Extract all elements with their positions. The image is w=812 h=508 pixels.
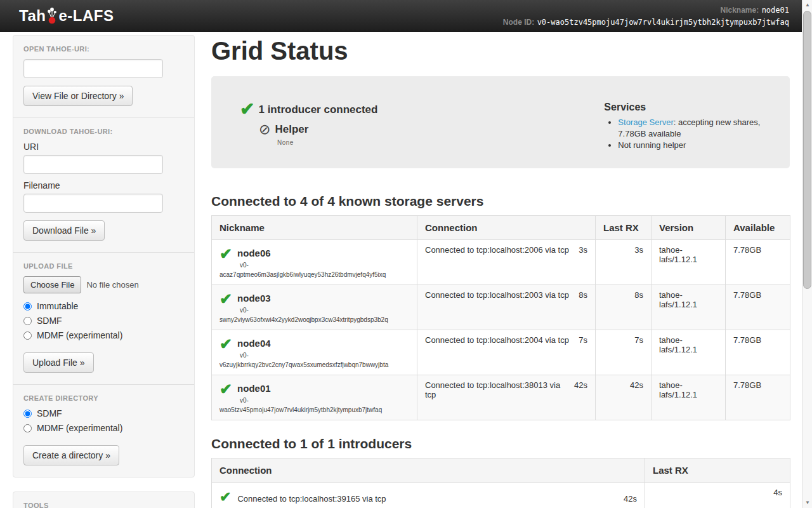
introducers-heading: Connected to 1 of 1 introducers [211, 436, 790, 451]
connection-text: Connected to tcp:localhost:39165 via tcp [237, 494, 624, 504]
open-uri-input[interactable] [23, 59, 163, 78]
create-directory-heading: CREATE DIRECTORY [23, 394, 185, 402]
nickname-label: Nickname: [720, 6, 759, 15]
server-nickname: node06 [237, 245, 271, 258]
connected-check-icon: ✔ [219, 490, 231, 504]
version-cell: tahoe-lafs/1.12.1 [652, 330, 726, 375]
storage-servers-header-row: NicknameConnectionLast RXVersionAvailabl… [212, 216, 790, 240]
choose-file-button[interactable]: Choose File [23, 276, 81, 293]
nickname-cell: ✔node03v0-swny2viyw63ofxwi4x2yykd2woqjbp… [212, 285, 417, 330]
helper-none-icon: ⊘ [259, 123, 270, 137]
radio-mdmf-experimental[interactable] [23, 424, 32, 432]
column-header: Available [726, 216, 790, 240]
status-summary: ✔ 1 introducer connected ⊘ Helper None [211, 102, 558, 168]
helper-title: Helper [275, 123, 308, 136]
server-peerid: v0-wao5tzv45pmoju47jow7rvl4ukirjm5ytbh2k… [219, 396, 409, 415]
scrollbar[interactable]: ▲ ▼ [802, 0, 812, 508]
introducers-table: ConnectionLast RX ✔Connected to tcp:loca… [211, 458, 790, 508]
available-cell: 7.78GB [726, 330, 790, 375]
nickname-value: node01 [762, 6, 789, 15]
view-file-button[interactable]: View File or Directory » [23, 86, 133, 106]
version-cell: tahoe-lafs/1.12.1 [652, 240, 726, 285]
connection-text: Connected to tcp:localhost:2006 via tcp [425, 245, 569, 255]
sidebar-forms-panel: OPEN TAHOE-URI: View File or Directory »… [13, 35, 195, 478]
download-uri-input[interactable] [23, 155, 163, 174]
logo-text-pre: Tah [19, 7, 46, 25]
connection-text: Connected to tcp:localhost:2004 via tcp [425, 335, 569, 345]
storage-server-link[interactable]: Storage Server [618, 117, 673, 127]
logo-text-post: e-LAFS [58, 7, 114, 25]
sidebar: OPEN TAHOE-URI: View File or Directory »… [13, 35, 195, 508]
connection-time: 42s [624, 494, 637, 504]
download-file-button[interactable]: Download File » [23, 220, 105, 241]
radio-option-sdmf[interactable]: SDMF [23, 316, 185, 326]
download-uri-heading: DOWNLOAD TAHOE-URI: [23, 128, 185, 135]
table-row: ✔node06v0-acaz7qptmeo6m3asjlgkb6iwlyuqey… [212, 240, 790, 285]
connected-check-icon: ✔ [219, 382, 232, 397]
upload-file-button[interactable]: Upload File » [23, 352, 94, 373]
node-id-value: v0-wao5tzv45pmoju47jow7rvl4ukirjm5ytbh2k… [537, 18, 789, 27]
radio-sdmf[interactable] [23, 410, 32, 418]
scroll-thumb[interactable] [803, 11, 811, 289]
column-header: Nickname [212, 216, 417, 240]
column-header: Last RX [596, 216, 652, 240]
radio-mdmf-experimental[interactable] [23, 331, 32, 340]
column-header: Connection [212, 458, 645, 483]
last-rx-cell: 42s [596, 375, 652, 420]
radio-label-mdmf-experimental: MDMF (experimental) [37, 330, 122, 340]
connected-check-icon: ✔ [219, 291, 232, 307]
service-item: Storage Server: accepting new shares, 7.… [618, 117, 790, 140]
radio-option-mdmf-experimental[interactable]: MDMF (experimental) [23, 423, 185, 433]
tools-panel: TOOLS Recent and Active Operations [13, 491, 195, 508]
server-peerid: v0-swny2viyw63ofxwi4x2yykd2woqjbpx3cw34x… [219, 305, 409, 324]
create-directory-button[interactable]: Create a directory » [23, 445, 119, 465]
connection-cell: Connected to tcp:localhost:2004 via tcp7… [417, 330, 596, 375]
nickname-cell: ✔node06v0-acaz7qptmeo6m3asjlgkb6iwlyuqey… [212, 240, 417, 285]
column-header: Version [652, 216, 726, 240]
connection-time: 3s [579, 245, 587, 255]
radio-option-sdmf[interactable]: SDMF [23, 408, 185, 418]
connected-check-icon: ✔ [219, 337, 232, 352]
table-row: ✔node04v0-v6zuyjkbrrkqy2bvc2cny7qwax5sxu… [212, 330, 790, 375]
server-nickname: node03 [237, 290, 271, 304]
radio-option-immutable[interactable]: Immutable [23, 301, 185, 311]
last-rx-cell: 8s [596, 285, 652, 330]
create-directory-section: CREATE DIRECTORY SDMFMDMF (experimental)… [13, 384, 194, 477]
introducer-connected-text: 1 introducer connected [258, 102, 377, 116]
upload-format-radios: ImmutableSDMFMDMF (experimental) [23, 301, 185, 340]
uri-field-label: URI [23, 142, 185, 152]
no-file-chosen-text: No file chosen [86, 280, 138, 290]
scroll-down-arrow-icon[interactable]: ▼ [802, 498, 812, 508]
radio-sdmf[interactable] [23, 317, 32, 325]
status-well: ✔ 1 introducer connected ⊘ Helper None S… [211, 76, 790, 168]
tahoe-tree-icon [46, 7, 58, 25]
radio-immutable[interactable] [23, 302, 32, 311]
download-uri-section: DOWNLOAD TAHOE-URI: URI Filename Downloa… [13, 117, 194, 252]
storage-servers-heading: Connected to 4 of 4 known storage server… [211, 194, 790, 209]
available-cell: 7.78GB [726, 375, 790, 420]
node-id-label: Node ID: [503, 18, 534, 27]
service-text: Not running helper [618, 140, 686, 150]
radio-option-mdmf-experimental[interactable]: MDMF (experimental) [23, 330, 185, 340]
introducer-connected-check-icon: ✔ [240, 100, 254, 118]
tools-heading: TOOLS [23, 502, 184, 508]
node-info: Nickname: node01 Node ID: v0-wao5tzv45pm… [503, 4, 789, 28]
radio-label-mdmf-experimental: MDMF (experimental) [37, 423, 122, 433]
radio-label-immutable: Immutable [37, 301, 78, 311]
services-block: Services Storage Server: accepting new s… [604, 102, 790, 168]
download-filename-input[interactable] [23, 194, 163, 213]
column-header: Connection [417, 216, 596, 240]
available-cell: 7.78GB [726, 285, 790, 330]
table-row: ✔Connected to tcp:localhost:39165 via tc… [212, 483, 790, 508]
open-uri-heading: OPEN TAHOE-URI: [23, 45, 185, 53]
scroll-up-arrow-icon[interactable]: ▲ [802, 0, 812, 10]
upload-file-heading: UPLOAD FILE [23, 262, 185, 270]
connection-cell: Connected to tcp:localhost:2003 via tcp8… [417, 285, 596, 330]
nickname-cell: ✔node01v0-wao5tzv45pmoju47jow7rvl4ukirjm… [212, 375, 417, 420]
app-logo[interactable]: Tah e-LAFS [19, 7, 114, 25]
services-heading: Services [604, 102, 790, 113]
top-header: Tah e-LAFS Nickname: node01 Node ID: v0-… [0, 0, 812, 32]
filename-field-label: Filename [23, 180, 185, 190]
service-item: Not running helper [618, 140, 790, 151]
introducers-header-row: ConnectionLast RX [212, 458, 790, 483]
